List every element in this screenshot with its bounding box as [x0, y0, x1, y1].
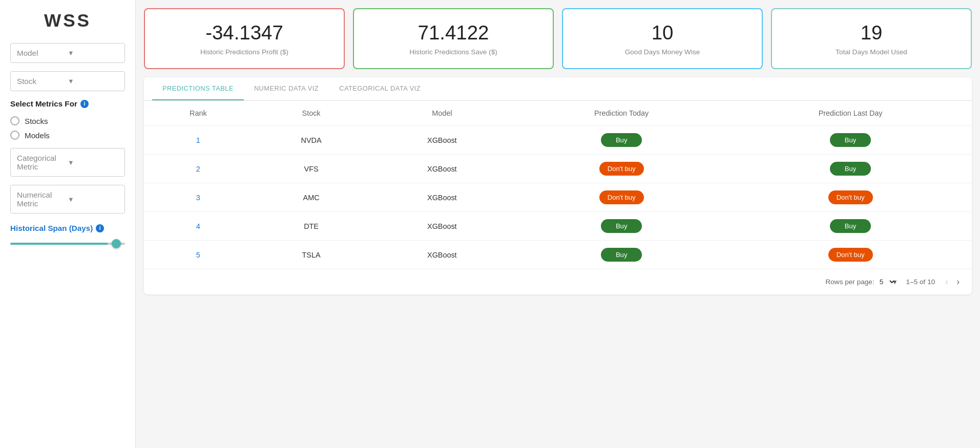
stock-cell: NVDA [253, 126, 370, 155]
chevron-down-icon: ▼ [68, 49, 118, 57]
metrics-radio-group: Stocks Models [10, 116, 125, 140]
rank-cell: 2 [144, 155, 253, 183]
badge-lastday: Don't buy [828, 190, 873, 204]
tab-numeric-data-viz[interactable]: NUMERIC DATA VIZ [244, 77, 329, 100]
today-cell: Don't buy [514, 183, 729, 212]
chevron-down-icon: ▼ [68, 77, 118, 85]
card-value-2: 10 [652, 22, 674, 44]
col-stock: Stock [253, 101, 370, 126]
today-cell: Buy [514, 241, 729, 269]
badge-today: Buy [601, 248, 642, 262]
table-wrap: RankStockModelPrediction TodayPrediction… [144, 101, 972, 269]
next-page-button[interactable]: › [954, 275, 962, 288]
tab-categorical-data-viz[interactable]: CATEGORICAL DATA VIZ [329, 77, 431, 100]
model-cell: XGBoost [370, 183, 514, 212]
historical-span-slider[interactable] [10, 241, 125, 247]
model-cell: XGBoost [370, 155, 514, 183]
card-value-3: 19 [861, 22, 883, 44]
info-icon[interactable]: i [80, 100, 89, 108]
lastday-cell: Buy [729, 212, 972, 241]
prev-page-button[interactable]: ‹ [943, 275, 950, 288]
rank-cell: 1 [144, 126, 253, 155]
model-cell: XGBoost [370, 212, 514, 241]
metric-card-0: -34.1347 Historic Predictions Profit ($) [144, 8, 345, 69]
badge-lastday: Buy [830, 162, 871, 176]
stock-cell: VFS [253, 155, 370, 183]
model-cell: XGBoost [370, 126, 514, 155]
chevron-down-icon: ▼ [68, 196, 118, 203]
badge-today: Buy [601, 133, 642, 147]
radio-models-label: Models [25, 131, 50, 140]
metric-card-1: 71.4122 Historic Predictions Save ($) [353, 8, 554, 69]
col-rank: Rank [144, 101, 253, 126]
slider-thumb[interactable] [112, 239, 121, 248]
predictions-table: RankStockModelPrediction TodayPrediction… [144, 101, 972, 269]
historical-span-label: Historical Span (Days) i [10, 224, 125, 232]
card-label-1: Historic Predictions Save ($) [409, 48, 497, 56]
badge-lastday: Don't buy [828, 248, 873, 262]
stock-cell: TSLA [253, 241, 370, 269]
numerical-metric-select[interactable]: Numerical Metric ▼ [10, 185, 125, 214]
metric-card-2: 10 Good Days Money Wise [562, 8, 763, 69]
metric-card-3: 19 Total Days Model Used [771, 8, 972, 69]
table-row: 3AMCXGBoostDon't buyDon't buy [144, 183, 972, 212]
rows-dropdown[interactable]: 51025 [878, 278, 896, 286]
page-info: 1–5 of 10 [906, 278, 935, 286]
badge-lastday: Buy [830, 219, 871, 233]
lastday-cell: Don't buy [729, 183, 972, 212]
badge-today: Buy [601, 219, 642, 233]
radio-stocks-label: Stocks [25, 117, 48, 125]
categorical-metric-select[interactable]: Categorical Metric ▼ [10, 148, 125, 177]
model-select-placeholder: Model [17, 49, 68, 57]
lastday-cell: Don't buy [729, 241, 972, 269]
lastday-cell: Buy [729, 155, 972, 183]
pagination: Rows per page: 51025 ▼ 1–5 of 10 ‹ › [144, 269, 972, 294]
today-cell: Don't buy [514, 155, 729, 183]
card-label-2: Good Days Money Wise [625, 48, 700, 56]
table-row: 1NVDAXGBoostBuyBuy [144, 126, 972, 155]
metric-cards-row: -34.1347 Historic Predictions Profit ($)… [144, 8, 972, 69]
model-select[interactable]: Model ▼ [10, 43, 125, 63]
radio-models[interactable]: Models [10, 131, 125, 140]
badge-today: Don't buy [599, 190, 644, 204]
radio-stocks-circle [10, 116, 19, 125]
radio-models-circle [10, 131, 19, 140]
page-navigation: ‹ › [943, 275, 962, 288]
slider-track[interactable] [10, 243, 125, 245]
app-logo: WSS [10, 10, 125, 31]
stock-select[interactable]: Stock ▼ [10, 71, 125, 91]
card-label-3: Total Days Model Used [836, 48, 907, 56]
info-icon-historical[interactable]: i [96, 224, 104, 232]
radio-stocks[interactable]: Stocks [10, 116, 125, 125]
today-cell: Buy [514, 126, 729, 155]
col-prediction-today: Prediction Today [514, 101, 729, 126]
card-label-0: Historic Predictions Profit ($) [200, 48, 288, 56]
numerical-metric-placeholder: Numerical Metric [17, 190, 68, 208]
table-row: 4DTEXGBoostBuyBuy [144, 212, 972, 241]
main-content: -34.1347 Historic Predictions Profit ($)… [136, 0, 980, 448]
tabs-row: PREDICTIONS TABLENUMERIC DATA VIZCATEGOR… [144, 77, 972, 101]
rank-cell: 5 [144, 241, 253, 269]
rows-per-page-label: Rows per page: [825, 278, 874, 286]
col-model: Model [370, 101, 514, 126]
badge-lastday: Buy [830, 133, 871, 147]
col-prediction-last-day: Prediction Last Day [729, 101, 972, 126]
tab-predictions-table[interactable]: PREDICTIONS TABLE [152, 77, 244, 100]
table-section: PREDICTIONS TABLENUMERIC DATA VIZCATEGOR… [144, 77, 972, 294]
metrics-for-label: Select Metrics For i [10, 99, 125, 108]
table-row: 5TSLAXGBoostBuyDon't buy [144, 241, 972, 269]
model-cell: XGBoost [370, 241, 514, 269]
card-value-1: 71.4122 [418, 22, 489, 44]
rank-cell: 4 [144, 212, 253, 241]
chevron-down-icon: ▼ [68, 159, 118, 166]
table-row: 2VFSXGBoostDon't buyBuy [144, 155, 972, 183]
card-value-0: -34.1347 [205, 22, 283, 44]
rank-cell: 3 [144, 183, 253, 212]
stock-select-placeholder: Stock [17, 77, 68, 86]
stock-cell: DTE [253, 212, 370, 241]
sidebar: WSS Model ▼ Stock ▼ Select Metrics For i… [0, 0, 136, 448]
rows-per-page: Rows per page: 51025 ▼ [825, 278, 898, 286]
lastday-cell: Buy [729, 126, 972, 155]
today-cell: Buy [514, 212, 729, 241]
categorical-metric-placeholder: Categorical Metric [17, 154, 68, 171]
